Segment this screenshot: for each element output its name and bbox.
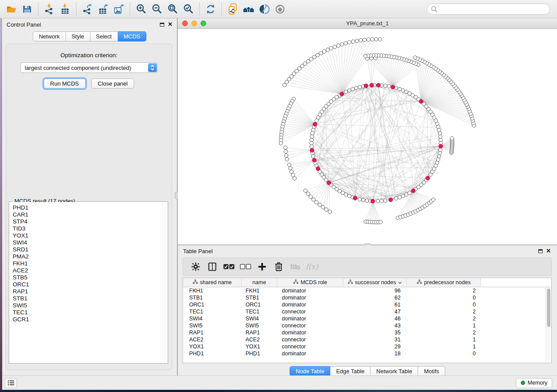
tab-motifs[interactable]: Motifs <box>418 366 445 376</box>
result-node[interactable]: STB1 <box>13 295 167 302</box>
tab-mcds[interactable]: MCDS <box>118 31 146 41</box>
result-node[interactable]: SWI5 <box>13 302 167 309</box>
cell[interactable]: SWI5 <box>183 322 242 329</box>
table-row[interactable]: SWI5SWI5connector431 <box>183 322 551 329</box>
cell[interactable]: 43 <box>343 322 407 329</box>
float-panel-icon[interactable] <box>160 23 164 27</box>
result-node[interactable]: SRD1 <box>13 246 167 253</box>
cell[interactable]: dominator <box>277 350 343 357</box>
cell[interactable]: 35 <box>343 329 407 336</box>
cell[interactable]: 2 <box>407 329 481 336</box>
result-node[interactable]: TID3 <box>13 225 167 232</box>
result-node[interactable]: PMA2 <box>13 253 167 260</box>
result-node[interactable]: STP4 <box>13 218 167 225</box>
column-header-mcds-role[interactable]: MCDS role <box>277 278 343 287</box>
cell[interactable]: dominator <box>277 294 343 301</box>
cell[interactable]: 18 <box>343 350 407 357</box>
open-folder-icon[interactable] <box>3 2 19 16</box>
delete-column-icon[interactable] <box>270 259 287 274</box>
tab-network-table[interactable]: Network Table <box>370 366 418 376</box>
cell[interactable]: PHD1 <box>242 350 277 357</box>
zoom-in-icon[interactable] <box>133 2 149 16</box>
window-close-icon[interactable] <box>182 21 188 26</box>
cell[interactable]: SWI5 <box>242 322 277 329</box>
network-window-titlebar[interactable]: YPA_prune.txt_1 <box>178 18 557 29</box>
cell[interactable]: YOX1 <box>183 343 242 350</box>
toggle-graphics-details-icon[interactable] <box>256 2 272 16</box>
table-row[interactable]: ACE2ACE2connector311 <box>183 336 551 343</box>
cell[interactable]: 1 <box>407 336 481 343</box>
cell[interactable] <box>481 294 551 301</box>
result-node[interactable]: GCR1 <box>13 316 167 323</box>
cell[interactable]: RAP1 <box>242 329 277 336</box>
close-panel-icon[interactable]: ✕ <box>546 249 551 253</box>
cell[interactable]: TEC1 <box>183 308 242 315</box>
optimization-criterion-select[interactable]: largest connected component (undirected) <box>21 62 158 73</box>
table-row[interactable]: PHD1PHD1dominator180 <box>183 350 551 357</box>
refresh-icon[interactable] <box>203 2 218 16</box>
zoom-selected-icon[interactable] <box>180 2 196 16</box>
close-panel-button[interactable]: Close panel <box>91 79 135 89</box>
cell[interactable]: dominator <box>277 287 343 294</box>
eye-icon[interactable] <box>272 2 288 16</box>
cell[interactable]: TEC1 <box>242 308 277 315</box>
export-image-icon[interactable] <box>111 2 127 16</box>
result-node[interactable]: ACE2 <box>13 267 167 274</box>
zoom-out-icon[interactable] <box>149 2 165 16</box>
settings-gear-icon[interactable] <box>187 259 204 274</box>
result-node[interactable]: RAP1 <box>13 288 167 295</box>
window-maximize-icon[interactable] <box>201 21 206 26</box>
column-header-shared-name[interactable]: shared name <box>183 278 242 287</box>
deselect-all-checks-icon[interactable] <box>237 259 254 274</box>
zoom-fit-icon[interactable] <box>165 2 180 16</box>
close-panel-icon[interactable]: ✕ <box>168 22 173 27</box>
cell[interactable]: 2 <box>407 287 481 294</box>
cell[interactable]: FKH1 <box>242 287 277 294</box>
cell[interactable]: STB1 <box>242 294 277 301</box>
tab-node-table[interactable]: Node Table <box>290 366 331 376</box>
search-input[interactable] <box>438 5 550 14</box>
cell[interactable]: SWI4 <box>242 315 277 322</box>
cell[interactable]: dominator <box>277 301 343 308</box>
table-row[interactable]: FKH1FKH1dominator962 <box>183 287 551 294</box>
cell[interactable]: STB1 <box>183 294 242 301</box>
result-node[interactable]: STB5 <box>13 274 167 281</box>
cell[interactable]: 96 <box>343 287 407 294</box>
cell[interactable]: 62 <box>343 294 407 301</box>
window-minimize-icon[interactable] <box>191 21 197 26</box>
cell[interactable] <box>481 343 551 350</box>
cell[interactable] <box>481 336 551 343</box>
cell[interactable]: ACE2 <box>183 336 242 343</box>
cell[interactable]: connector <box>277 336 343 343</box>
run-mcds-button[interactable]: Run MCDS <box>44 79 86 89</box>
scrollbar-thumb[interactable] <box>547 289 550 327</box>
network-graph[interactable] <box>178 29 557 244</box>
cell[interactable]: 0 <box>407 294 481 301</box>
tab-select[interactable]: Select <box>90 31 118 41</box>
cell[interactable]: 2 <box>407 315 481 322</box>
cell[interactable]: 1 <box>407 322 481 329</box>
cell[interactable] <box>481 329 551 336</box>
table-row[interactable]: STB1STB1dominator620 <box>183 294 551 301</box>
cell[interactable]: connector <box>277 343 343 350</box>
homes-icon[interactable] <box>241 2 256 16</box>
export-network-icon[interactable] <box>80 2 95 16</box>
cell[interactable] <box>481 308 551 315</box>
cell[interactable]: 47 <box>343 308 407 315</box>
search-field[interactable] <box>427 3 550 15</box>
result-node[interactable]: ORC1 <box>13 281 167 288</box>
cell[interactable]: 61 <box>343 301 407 308</box>
export-table-icon[interactable] <box>95 2 111 16</box>
cell[interactable]: 1 <box>407 343 481 350</box>
mcds-result-list[interactable]: PHD1CAR1STP4TID3YOX1SWI4SRD1PMA2FKH1ACE2… <box>10 202 167 363</box>
import-table-icon[interactable] <box>57 2 73 16</box>
duplicate-network-icon[interactable] <box>225 2 241 16</box>
table-row[interactable]: TEC1TEC1connector472 <box>183 308 551 315</box>
result-list-scrollbar[interactable] <box>162 202 167 363</box>
tab-network[interactable]: Network <box>33 31 66 41</box>
task-list-button[interactable] <box>5 378 17 388</box>
table-row[interactable]: SWI4SWI4dominator462 <box>183 315 551 322</box>
cell[interactable]: dominator <box>277 315 343 322</box>
result-node[interactable]: FKH1 <box>13 260 167 267</box>
cell[interactable] <box>481 287 551 294</box>
